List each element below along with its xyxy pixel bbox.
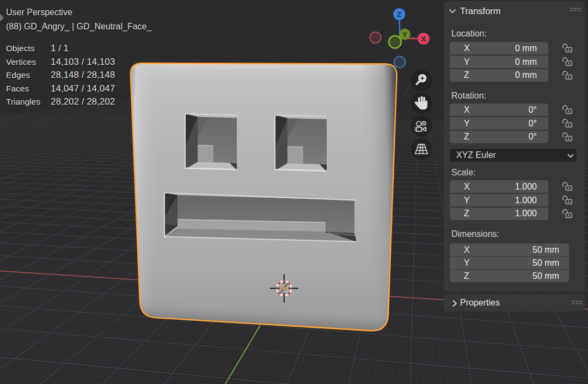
svg-text:Y: Y <box>402 31 407 39</box>
svg-text:X: X <box>421 35 426 43</box>
svg-text:Z: Z <box>397 10 401 19</box>
